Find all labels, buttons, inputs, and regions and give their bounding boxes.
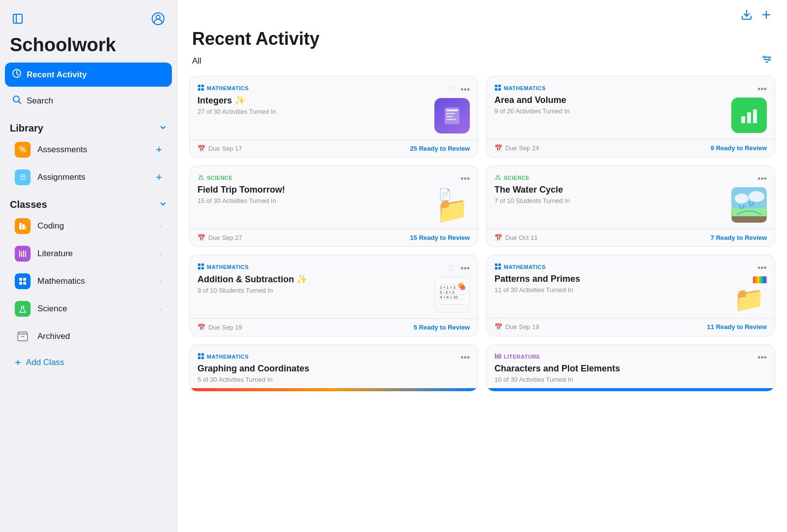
sidebar-item-mathematics[interactable]: Mathematics › (5, 267, 172, 295)
svg-rect-17 (23, 282, 26, 285)
search-label: Search (27, 96, 53, 106)
area-more-button[interactable]: ••• (757, 84, 767, 95)
area-review-button[interactable]: 9 Ready to Review (711, 144, 767, 152)
clock-icon (12, 68, 22, 81)
svg-rect-16 (19, 282, 22, 285)
integers-subtitle: 27 of 30 Activities Turned In (197, 108, 434, 115)
svg-rect-74 (201, 357, 204, 359)
classes-section-header: Classes (0, 191, 177, 212)
field-thumb: 📁 📄 (434, 187, 470, 223)
calendar-icon5: 📅 (197, 324, 205, 331)
sidebar-item-assignments[interactable]: ☰ Assignments + (5, 164, 172, 191)
calendar-icon3: 📅 (197, 234, 205, 241)
calendar-icon4: 📅 (494, 234, 502, 241)
card-characters[interactable]: LITERATURE Characters and Plot Elements … (486, 344, 775, 392)
search-nav-button[interactable]: Search (5, 89, 172, 113)
literature-label: Literature (37, 249, 73, 259)
sidebar-item-assessments[interactable]: % Assessments + (5, 136, 172, 164)
integers-more-button[interactable]: ••• (460, 85, 470, 95)
svg-rect-19 (18, 334, 28, 341)
graphing-subtitle: 5 of 30 Activities Turned In (197, 376, 460, 383)
download-button[interactable] (741, 9, 753, 24)
svg-rect-68 (498, 264, 501, 266)
svg-text:4 + 6 = 10: 4 + 6 = 10 (440, 295, 458, 299)
svg-rect-40 (495, 88, 497, 91)
card-water-cycle[interactable]: SCIENCE The Water Cycle 7 of 10 Students… (486, 166, 775, 247)
svg-rect-76 (497, 355, 498, 359)
svg-rect-78 (500, 354, 501, 359)
integers-heart-button[interactable]: ♡ (447, 84, 455, 95)
svg-rect-11 (21, 251, 22, 257)
svg-point-27 (763, 56, 765, 58)
graphing-more-button[interactable]: ••• (460, 353, 470, 363)
svg-rect-41 (498, 88, 501, 91)
integers-title: Integers ✨ (197, 95, 434, 106)
classes-title: Classes (10, 199, 47, 210)
card-area-volume[interactable]: MATHEMATICS Area and Volume 9 of 20 Acti… (486, 76, 775, 158)
integers-review-button[interactable]: 25 Ready to Review (410, 145, 470, 152)
patterns-more-button[interactable]: ••• (757, 263, 767, 273)
svg-rect-52 (198, 264, 200, 266)
coding-label: Coding (37, 221, 64, 231)
sidebar-item-science[interactable]: Science › (5, 295, 172, 323)
sidebar-item-archived[interactable]: Archived (5, 323, 172, 350)
water-due: 📅 Due Oct 11 (494, 234, 538, 241)
science-flask-icon (197, 174, 204, 182)
library-collapse-button[interactable] (159, 124, 167, 133)
field-more-button[interactable]: ••• (460, 174, 470, 184)
addition-heart-button[interactable]: ♡ (447, 263, 455, 274)
field-review-button[interactable]: 15 Ready to Review (410, 234, 470, 241)
water-title: The Water Cycle (494, 185, 731, 195)
water-review-button[interactable]: 7 Ready to Review (711, 234, 767, 241)
card-patterns[interactable]: MATHEMATICS Patterns and Primes 11 of 30… (486, 255, 775, 336)
field-class-label: SCIENCE (197, 174, 434, 182)
water-thumb (731, 187, 767, 223)
card-graphing[interactable]: MATHEMATICS Graphing and Coordinates 5 o… (189, 344, 478, 392)
calendar-icon6: 📅 (494, 323, 502, 331)
calendar-icon2: 📅 (494, 144, 502, 152)
classes-collapse-button[interactable] (159, 200, 167, 210)
svg-rect-36 (446, 116, 453, 117)
addition-more-button[interactable]: ••• (460, 264, 470, 274)
svg-rect-10 (19, 250, 20, 257)
characters-more-button[interactable]: ••• (757, 353, 767, 363)
water-class-label: SCIENCE (494, 174, 731, 182)
library-section-header: Library (0, 115, 177, 136)
svg-rect-34 (446, 109, 458, 111)
recent-activity-nav-button[interactable]: Recent Activity (5, 63, 172, 87)
profile-button[interactable] (149, 10, 167, 31)
svg-rect-42 (741, 116, 745, 123)
card-addition[interactable]: MATHEMATICS Addition & Subtraction ✨ 9 o… (189, 255, 478, 336)
sidebar-item-literature[interactable]: Literature › (5, 240, 172, 267)
svg-point-28 (768, 59, 770, 61)
patterns-review-button[interactable]: 11 Ready to Review (707, 323, 767, 331)
add-class-button[interactable]: + Add Class (5, 350, 172, 375)
svg-line-6 (19, 101, 21, 104)
add-assignment-button[interactable]: + (156, 171, 162, 184)
coding-chevron-icon: › (160, 222, 162, 230)
card-field-trip[interactable]: SCIENCE Field Trip Tomorrow! 15 of 30 Ac… (189, 166, 478, 247)
patterns-subtitle: 11 of 30 Activities Turned In (494, 286, 731, 294)
water-more-button[interactable]: ••• (757, 174, 767, 184)
area-due: 📅 Due Sep 24 (494, 144, 539, 152)
addition-review-button[interactable]: 5 Ready to Review (414, 324, 470, 331)
integers-due: 📅 Due Sep 17 (197, 145, 242, 152)
app-title: Schoolwork (0, 31, 177, 63)
cards-grid: MATHEMATICS Integers ✨ 27 of 30 Activiti… (177, 76, 787, 403)
add-button[interactable] (760, 9, 772, 24)
svg-rect-72 (201, 353, 204, 356)
card-integers[interactable]: MATHEMATICS Integers ✨ 27 of 30 Activiti… (189, 76, 478, 158)
sidebar-item-coding[interactable]: Coding › (5, 212, 172, 240)
filter-label: All (192, 56, 201, 66)
add-assessment-button[interactable]: + (156, 143, 162, 156)
svg-rect-43 (747, 112, 751, 123)
svg-rect-15 (23, 278, 26, 281)
svg-rect-14 (19, 278, 22, 281)
filter-options-button[interactable] (761, 54, 772, 68)
svg-rect-30 (201, 85, 204, 87)
svg-rect-69 (495, 267, 497, 269)
math-grid-icon3 (197, 263, 204, 271)
graphing-title: Graphing and Coordinates (197, 364, 460, 374)
toggle-sidebar-button[interactable] (10, 11, 26, 30)
svg-rect-71 (198, 353, 200, 356)
